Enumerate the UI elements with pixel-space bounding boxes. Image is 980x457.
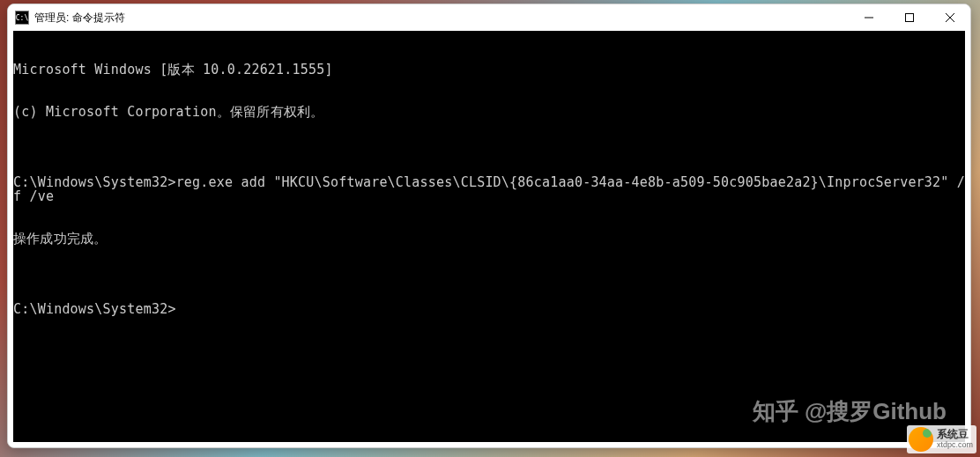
- terminal-body[interactable]: Microsoft Windows [版本 10.0.22621.1555] (…: [13, 31, 965, 442]
- minimize-icon: [865, 13, 873, 22]
- minimize-button[interactable]: [849, 4, 889, 31]
- close-button[interactable]: [930, 4, 970, 31]
- prompt: C:\Windows\System32>: [13, 301, 176, 317]
- maximize-button[interactable]: [889, 4, 930, 31]
- titlebar[interactable]: C:\ 管理员: 命令提示符: [8, 4, 970, 31]
- terminal-output: 操作成功完成。: [13, 232, 965, 246]
- cmd-icon: C:\: [15, 11, 29, 25]
- maximize-icon: [905, 13, 914, 22]
- window-controls: [849, 4, 970, 31]
- terminal-prompt-line: C:\Windows\System32>: [13, 302, 965, 316]
- close-icon: [946, 13, 954, 22]
- cmd-window: C:\ 管理员: 命令提示符 Microsoft Windows [版本 10.…: [7, 4, 971, 448]
- terminal-output: Microsoft Windows [版本 10.0.22621.1555]: [13, 63, 965, 77]
- terminal-output: (c) Microsoft Corporation。保留所有权利。: [13, 105, 965, 119]
- window-title: 管理员: 命令提示符: [34, 11, 849, 26]
- svg-rect-1: [906, 14, 914, 22]
- terminal-command-line: C:\Windows\System32>reg.exe add "HKCU\So…: [13, 175, 965, 203]
